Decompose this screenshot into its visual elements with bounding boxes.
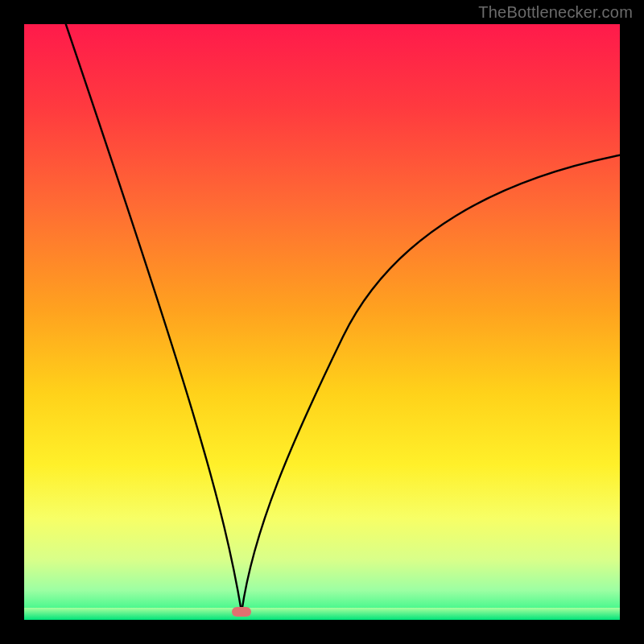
watermark-text: TheBottlenecker.com bbox=[478, 3, 633, 22]
chart-stage: TheBottlenecker.com bbox=[0, 0, 644, 644]
curve-path bbox=[66, 24, 620, 612]
optimum-marker bbox=[232, 607, 251, 617]
bottleneck-curve bbox=[24, 24, 620, 620]
plot-area bbox=[24, 24, 620, 620]
